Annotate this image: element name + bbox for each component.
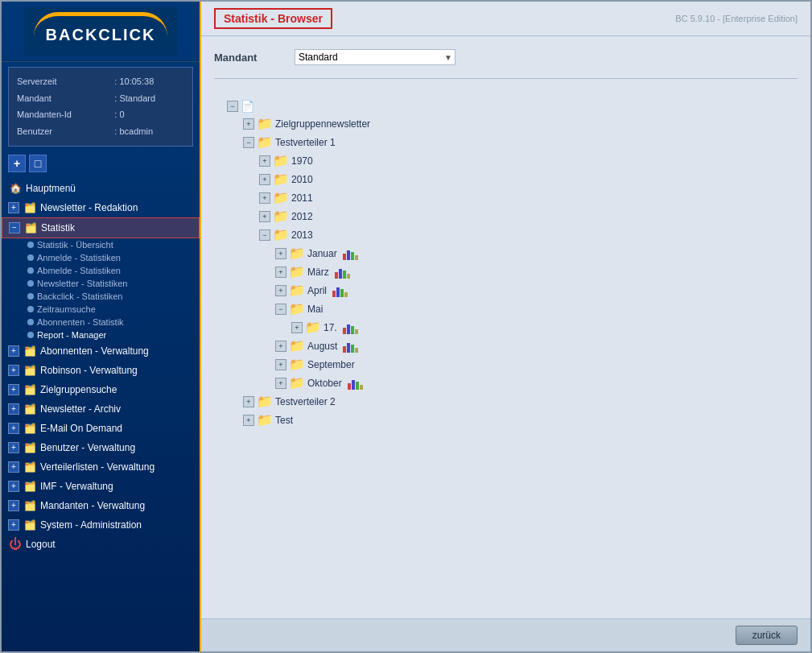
divider (214, 78, 798, 79)
chart-icon-april (332, 284, 348, 297)
expand-icon-system[interactable]: + (8, 519, 19, 531)
expand-mai[interactable]: − (275, 304, 286, 315)
sidebar-label-zielgruppensuche: Zielgruppensuche (40, 384, 117, 395)
expand-april[interactable]: + (275, 285, 286, 296)
footer-area: zurück (201, 618, 810, 651)
expand-icon-robinson[interactable]: + (8, 365, 19, 376)
sidebar-item-robinson-verwaltung[interactable]: + 🗂️ Robinson - Verwaltung (2, 361, 200, 380)
main-body: Mandant Standard − 📄 + (201, 36, 810, 618)
expand-icon-statistik[interactable]: − (9, 222, 20, 234)
expand-testverteiler2[interactable]: + (243, 396, 254, 407)
sidebar-item-zeitraumsuche[interactable]: Zeitraumsuche (21, 303, 200, 316)
sidebar-label-system-administration: System - Administration (40, 519, 142, 531)
expand-icon-benutzer[interactable]: + (8, 442, 19, 453)
folder-icon-zielgruppe: 🗂️ (23, 382, 37, 397)
expand-icon-mandanten[interactable]: + (8, 500, 19, 511)
tree-node-testverteiler1: − 📁 Testverteiler 1 (243, 133, 785, 151)
testverteiler1-children: + 📁 1970 + 📁 2010 + 📁 (243, 151, 785, 392)
chart-icon-august (343, 340, 358, 353)
sidebar-label-benutzer-verwaltung: Benutzer - Verwaltung (40, 442, 135, 453)
sidebar-item-statistik[interactable]: − 🗂️ Statistik (2, 217, 200, 238)
expand-all-button[interactable]: + (8, 155, 26, 172)
expand-august[interactable]: + (275, 341, 286, 352)
tree-node-oktober: + 📁 Oktober (275, 374, 785, 392)
sidebar-item-backclick-statistiken[interactable]: Backclick - Statistiken (21, 290, 200, 303)
label-april: April (307, 285, 327, 296)
main-content: Statistik - Browser BC 5.9.10 - [Enterpr… (201, 2, 810, 651)
sidebar-item-abmelde-statistiken[interactable]: Abmelde - Statistiken (21, 264, 200, 277)
expand-icon-abonnenten[interactable]: + (8, 345, 19, 357)
expand-2013[interactable]: − (259, 229, 270, 241)
bullet-icon (27, 242, 34, 248)
sidebar-item-report-manager[interactable]: Report - Manager (21, 329, 200, 341)
expand-icon-newsletter[interactable]: + (8, 202, 19, 213)
expand-icon-nl-archiv[interactable]: + (8, 403, 19, 415)
expand-2010[interactable]: + (259, 174, 270, 185)
expand-17[interactable]: + (291, 322, 303, 333)
root-doc-icon: 📄 (241, 100, 254, 113)
expand-oktober[interactable]: + (275, 378, 286, 389)
sidebar-item-statistik-uebersicht[interactable]: Statistik - Übersicht (21, 238, 200, 251)
expand-icon-verteilerlisten[interactable]: + (8, 461, 19, 473)
folder-icon-2011: 📁 (273, 190, 289, 205)
mandanten-id-label: Mandanten-Id (17, 107, 113, 122)
tree-node-1970: + 📁 1970 (259, 151, 785, 170)
expand-icon-email[interactable]: + (8, 423, 19, 434)
main-header: Statistik - Browser BC 5.9.10 - [Enterpr… (201, 2, 810, 36)
sidebar-label-newsletter-redaktion: Newsletter - Redaktion (40, 202, 138, 213)
sidebar-item-email-on-demand[interactable]: + 🗂️ E-Mail On Demand (2, 419, 200, 438)
sidebar-label-imf-verwaltung: IMF - Verwaltung (40, 481, 113, 492)
expand-2011[interactable]: + (259, 192, 270, 204)
label-testverteiler2: Testverteiler 2 (275, 396, 336, 407)
collapse-all-button[interactable]: □ (29, 155, 47, 172)
tree-node-august: + 📁 August (275, 337, 785, 355)
folder-icon-maerz: 📁 (289, 264, 305, 279)
expand-januar[interactable]: + (275, 248, 286, 259)
label-17: 17. (324, 322, 337, 333)
sidebar-item-hauptmenu[interactable]: 🏠 Hauptmenü (2, 179, 200, 198)
logo: BACKCLICK (24, 7, 177, 56)
sidebar-item-abonnenten-statistik[interactable]: Abonnenten - Statistik (21, 316, 200, 329)
expand-icon-imf[interactable]: + (8, 481, 19, 492)
label-2013: 2013 (291, 229, 313, 241)
sidebar-item-system-administration[interactable]: + 🗂️ System - Administration (2, 515, 200, 535)
sidebar-item-imf-verwaltung[interactable]: + 🗂️ IMF - Verwaltung (2, 477, 200, 496)
sidebar-item-newsletter-statistiken[interactable]: Newsletter - Statistiken (21, 277, 200, 290)
sidebar-item-anmelde-statistiken[interactable]: Anmelde - Statistiken (21, 251, 200, 264)
expand-2012[interactable]: + (259, 211, 270, 222)
page-title-box: Statistik - Browser (214, 8, 332, 29)
label-maerz: März (307, 267, 329, 278)
sidebar-item-verteilerlisten-verwaltung[interactable]: + 🗂️ Verteilerlisten - Verwaltung (2, 457, 200, 477)
back-button[interactable]: zurück (736, 626, 798, 645)
statistik-subnav: Statistik - Übersicht Anmelde - Statisti… (2, 238, 200, 341)
expand-september[interactable]: + (275, 359, 286, 370)
sidebar-item-zielgruppensuche[interactable]: + 🗂️ Zielgruppensuche (2, 380, 200, 399)
sidebar-item-abonnenten-verwaltung[interactable]: + 🗂️ Abonnenten - Verwaltung (2, 341, 200, 361)
expand-maerz[interactable]: + (275, 267, 286, 278)
tree-node-september: + 📁 September (275, 355, 785, 374)
expand-zielgruppennewsletter[interactable]: + (243, 118, 254, 130)
sidebar-item-logout[interactable]: ⏻ Logout (2, 535, 200, 554)
chart-icon-17 (343, 321, 358, 334)
folder-icon-zielgruppennewsletter: 📁 (257, 116, 273, 131)
tree-node-zielgruppennewsletter: + 📁 Zielgruppennewsletter (243, 114, 785, 133)
expand-icon-zielgruppe[interactable]: + (8, 384, 19, 395)
expand-testverteiler1[interactable]: − (243, 137, 254, 148)
mandant-select[interactable]: Standard (295, 49, 455, 65)
tree-node-april: + 📁 April (275, 281, 785, 300)
tree-node-17: + 📁 17. (291, 318, 785, 337)
sidebar-item-benutzer-verwaltung[interactable]: + 🗂️ Benutzer - Verwaltung (2, 438, 200, 457)
folder-icon-robinson: 🗂️ (23, 363, 37, 378)
mandanten-id-value: : 0 (114, 107, 184, 122)
tree-expand-root[interactable]: − (227, 101, 238, 112)
bullet-icon (27, 267, 34, 274)
serverzeit-value: : 10:05:38 (114, 74, 184, 89)
label-abmelde-statistiken: Abmelde - Statistiken (37, 266, 121, 275)
sidebar-item-newsletter-redaktion[interactable]: + 🗂️ Newsletter - Redaktion (2, 198, 200, 217)
sidebar-item-newsletter-archiv[interactable]: + 🗂️ Newsletter - Archiv (2, 399, 200, 419)
sidebar-item-mandanten-verwaltung[interactable]: + 🗂️ Mandanten - Verwaltung (2, 496, 200, 515)
expand-test[interactable]: + (243, 415, 254, 426)
folder-icon-system: 🗂️ (23, 518, 37, 532)
expand-1970[interactable]: + (259, 155, 270, 167)
label-abonnenten-statistik: Abonnenten - Statistik (37, 317, 124, 327)
